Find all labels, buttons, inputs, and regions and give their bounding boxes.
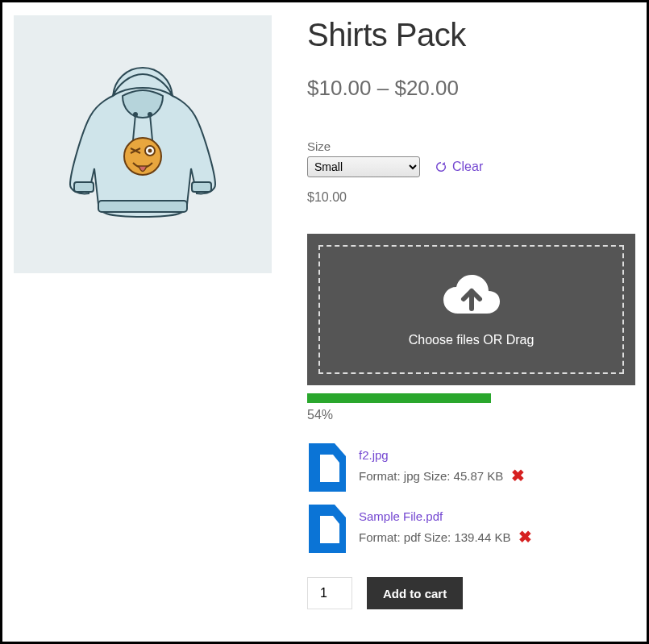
file-icon bbox=[307, 505, 347, 553]
hoodie-illustration bbox=[50, 52, 235, 237]
product-title: Shirts Pack bbox=[307, 17, 635, 53]
cloud-upload-icon bbox=[442, 272, 501, 318]
price-range: $10.00 – $20.00 bbox=[307, 76, 635, 101]
svg-rect-5 bbox=[74, 182, 94, 192]
upload-progress-bar bbox=[307, 393, 491, 403]
size-label: Size bbox=[307, 139, 635, 153]
selected-price: $10.00 bbox=[307, 190, 635, 205]
file-format-size: Format: pdf Size: 139.44 KB bbox=[359, 530, 510, 544]
upload-progress-text: 54% bbox=[307, 408, 635, 422]
file-icon bbox=[307, 443, 347, 492]
file-row: f2.jpg Format: jpg Size: 45.87 KB ✖ bbox=[307, 443, 635, 492]
file-name-link[interactable]: Sample File.pdf bbox=[359, 509, 443, 523]
file-row: Sample File.pdf Format: pdf Size: 139.44… bbox=[307, 505, 635, 553]
file-name-link[interactable]: f2.jpg bbox=[359, 448, 389, 462]
upload-dropzone[interactable]: Choose files OR Drag bbox=[318, 245, 624, 374]
svg-point-9 bbox=[148, 149, 152, 153]
clear-selection-link[interactable]: Clear bbox=[435, 160, 483, 174]
upload-prompt: Choose files OR Drag bbox=[409, 333, 535, 347]
product-page: Shirts Pack $10.00 – $20.00 Size Small C… bbox=[0, 0, 649, 644]
quantity-stepper[interactable] bbox=[307, 577, 352, 609]
size-select[interactable]: Small bbox=[307, 156, 420, 177]
product-image[interactable] bbox=[14, 15, 272, 273]
file-format-size: Format: jpg Size: 45.87 KB bbox=[359, 469, 503, 483]
svg-rect-6 bbox=[192, 182, 211, 192]
add-to-cart-button[interactable]: Add to cart bbox=[367, 577, 463, 609]
svg-point-2 bbox=[133, 112, 138, 117]
refresh-icon bbox=[435, 160, 447, 173]
file-delete-button[interactable]: ✖ bbox=[518, 529, 532, 545]
uploaded-files-list: f2.jpg Format: jpg Size: 45.87 KB ✖ Samp… bbox=[307, 443, 635, 553]
svg-rect-4 bbox=[98, 201, 187, 212]
clear-label: Clear bbox=[452, 160, 483, 174]
upload-area: Choose files OR Drag bbox=[307, 234, 635, 385]
svg-point-3 bbox=[148, 112, 152, 117]
file-delete-button[interactable]: ✖ bbox=[511, 467, 525, 484]
